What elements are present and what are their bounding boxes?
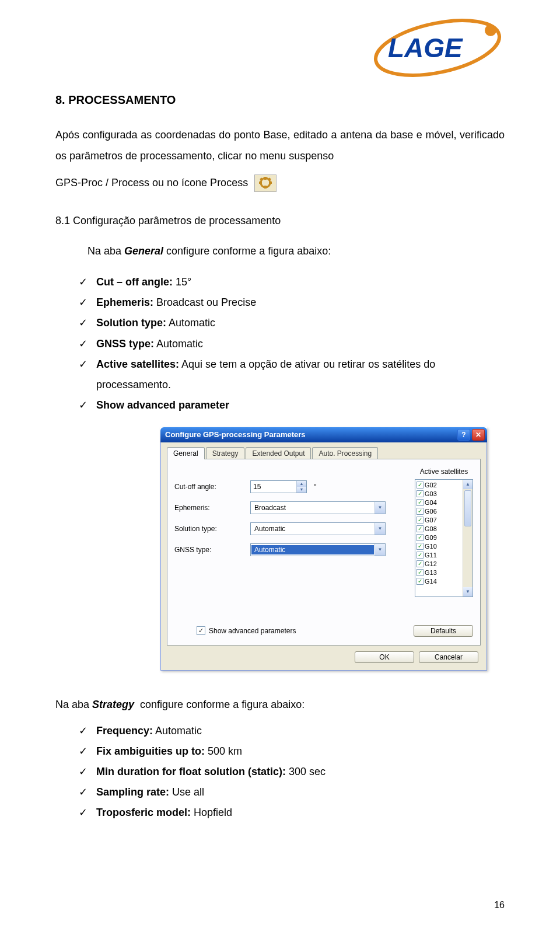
- satellite-item[interactable]: ✓G12: [416, 560, 463, 568]
- checklist-general: Cut – off angle: 15° Ephemeris: Broadcas…: [79, 272, 505, 374]
- satellite-item[interactable]: ✓G07: [416, 516, 463, 525]
- list-item: Ephemeris: Broadcast ou Precise: [79, 292, 505, 313]
- dialog-configure-gps-processing: Configure GPS-processing Parameters ? ✕ …: [160, 427, 487, 671]
- cancel-button[interactable]: Cancelar: [419, 651, 478, 663]
- subsection-heading: 8.1 Configuração parâmetros de processam…: [55, 211, 505, 231]
- svg-point-1: [485, 25, 496, 36]
- label-gnss-type: GNSS type:: [174, 546, 250, 554]
- close-button[interactable]: ✕: [472, 429, 485, 441]
- satellite-item[interactable]: ✓G04: [416, 498, 463, 507]
- list-item: Troposferic model: Hopfield: [79, 803, 505, 823]
- checkbox-icon[interactable]: ✓: [416, 534, 424, 541]
- dialog-title: Configure GPS-processing Parameters: [165, 430, 306, 439]
- list-item: Cut – off angle: 15°: [79, 272, 505, 292]
- label-active-satellites: Active satellites: [415, 468, 473, 476]
- list-item: Fix ambiguities up to: 500 km: [79, 741, 505, 762]
- cutoff-angle-value[interactable]: [251, 481, 296, 493]
- help-button[interactable]: ?: [457, 429, 470, 441]
- satellite-item[interactable]: ✓G02: [416, 481, 463, 490]
- scroll-thumb[interactable]: [464, 490, 471, 526]
- solution-type-select[interactable]: Automatic ▼: [250, 522, 386, 535]
- show-advanced-label: Show advanced parameters: [209, 627, 296, 635]
- section-heading: 8. PROCESSAMENTO: [55, 93, 505, 107]
- dialog-tabs: General Strategy Extended Output Auto. P…: [167, 447, 481, 459]
- tab-auto-processing[interactable]: Auto. Processing: [312, 447, 378, 459]
- list-item-continuation: processamento.: [96, 375, 505, 395]
- list-item: GNSS type: Automatic: [79, 334, 505, 354]
- chevron-down-icon[interactable]: ▼: [374, 502, 385, 514]
- checklist-strategy: Frequency: Automatic Fix ambiguities up …: [79, 721, 505, 823]
- checkbox-icon[interactable]: ✓: [416, 482, 424, 489]
- satellite-item[interactable]: ✓G09: [416, 533, 463, 542]
- subsection-text: Na aba General configure conforme a figu…: [88, 241, 505, 261]
- svg-rect-4: [264, 177, 267, 180]
- svg-rect-5: [264, 186, 267, 189]
- list-item: Solution type: Automatic: [79, 313, 505, 333]
- satellite-item[interactable]: ✓G08: [416, 525, 463, 533]
- checkbox-icon[interactable]: ✓: [416, 543, 424, 550]
- intro-paragraph-1: Após configurada as coordenadas do ponto…: [55, 124, 505, 166]
- satellite-item[interactable]: ✓G06: [416, 507, 463, 516]
- svg-rect-6: [259, 182, 262, 184]
- strategy-intro: Na aba Strategy configure conforme a fig…: [55, 694, 505, 715]
- checkbox-icon[interactable]: ✓: [416, 569, 424, 576]
- active-satellites-listbox[interactable]: ✓G02✓G03✓G04✓G06✓G07✓G08✓G09✓G10✓G11✓G12…: [415, 479, 473, 597]
- label-cutoff: Cut-off angle:: [174, 483, 250, 491]
- label-solution-type: Solution type:: [174, 525, 250, 533]
- tab-panel-general: Cut-off angle: ▲ ▼ ° Ephemeri: [167, 459, 481, 646]
- list-item: Min duration for float solution (static)…: [79, 762, 505, 782]
- spinner-down-icon[interactable]: ▼: [297, 487, 306, 493]
- satellite-item[interactable]: ✓G11: [416, 551, 463, 560]
- satellite-item[interactable]: ✓G10: [416, 542, 463, 551]
- chevron-down-icon[interactable]: ▼: [374, 544, 385, 556]
- scroll-down-icon[interactable]: ▼: [463, 587, 473, 596]
- list-item: Show advanced parameter: [79, 395, 505, 416]
- checkbox-icon[interactable]: ✓: [416, 499, 424, 506]
- brand-logo: LAGE: [370, 18, 505, 79]
- tab-strategy[interactable]: Strategy: [206, 447, 245, 459]
- ok-button[interactable]: OK: [355, 651, 414, 663]
- chevron-down-icon[interactable]: ▼: [374, 523, 385, 535]
- page-number: 16: [494, 900, 505, 910]
- dialog-titlebar[interactable]: Configure GPS-processing Parameters ? ✕: [160, 427, 487, 442]
- checkbox-icon[interactable]: ✓: [416, 525, 424, 532]
- checkbox-icon[interactable]: ✓: [416, 560, 424, 567]
- checkbox-icon[interactable]: ✓: [416, 517, 424, 524]
- spinner-up-icon[interactable]: ▲: [297, 481, 306, 487]
- degree-symbol: °: [314, 483, 317, 491]
- process-icon: [254, 175, 276, 192]
- tab-extended-output[interactable]: Extended Output: [246, 447, 311, 459]
- label-ephemeris: Ephemeris:: [174, 504, 250, 512]
- satellite-item[interactable]: ✓G03: [416, 490, 463, 498]
- scrollbar[interactable]: ▲ ▼: [463, 480, 473, 596]
- defaults-button[interactable]: Defaults: [414, 625, 473, 637]
- list-item: Active satellites: Aqui se tem a opção d…: [79, 354, 505, 375]
- show-advanced-checkbox[interactable]: ✓: [197, 626, 205, 635]
- svg-rect-7: [269, 182, 272, 184]
- checkbox-icon[interactable]: ✓: [416, 490, 424, 497]
- checkbox-icon[interactable]: ✓: [416, 552, 424, 559]
- cutoff-angle-input[interactable]: ▲ ▼: [250, 480, 307, 493]
- ephemeris-select[interactable]: Broadcast ▼: [250, 501, 386, 514]
- satellite-item[interactable]: ✓G14: [416, 577, 463, 586]
- tab-general[interactable]: General: [167, 447, 205, 459]
- gnss-type-select[interactable]: Automatic ▼: [250, 543, 386, 556]
- satellite-item[interactable]: ✓G13: [416, 568, 463, 577]
- svg-text:LAGE: LAGE: [388, 33, 463, 63]
- scroll-up-icon[interactable]: ▲: [463, 480, 473, 489]
- list-item: Sampling rate: Use all: [79, 782, 505, 803]
- intro-paragraph-2: GPS-Proc / Process ou no ícone Process: [55, 172, 505, 193]
- checkbox-icon[interactable]: ✓: [416, 578, 424, 585]
- checklist-general-2: Show advanced parameter: [79, 395, 505, 416]
- checkbox-icon[interactable]: ✓: [416, 508, 424, 515]
- list-item: Frequency: Automatic: [79, 721, 505, 741]
